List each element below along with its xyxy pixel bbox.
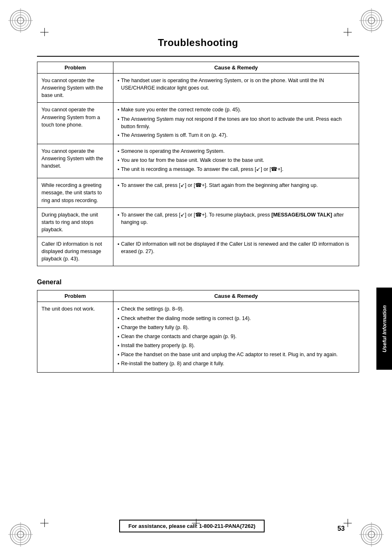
remedy-cell: • To answer the call, press [↙] or [☎+].… [113,178,359,207]
side-tab-label: Useful Information [381,305,387,352]
page-number: 53 [337,525,345,532]
remedy-cell: • The handset user is operating the Answ… [113,74,359,103]
footer-assistance-text: For assistance, please call: 1-800-211-P… [128,523,255,529]
title-divider [37,56,359,57]
answering-system-table: Problem Cause & Remedy You cannot operat… [37,62,359,266]
corner-decoration-tl [8,8,33,33]
table-row: The unit does not work. • Check the sett… [37,302,359,373]
section-general-heading: General [37,279,359,286]
corner-decoration-br [359,522,384,547]
table-row: While recording a greeting message, the … [37,178,359,207]
corner-decoration-bl [8,522,33,547]
table-row: You cannot operate the Answering System … [37,103,359,144]
corner-decoration-tr [359,8,384,33]
page-title: Troubleshooting [37,37,359,48]
general-col-remedy-header: Cause & Remedy [113,290,359,302]
remedy-cell: • Check the settings (p. 8–9). • Check w… [113,302,359,373]
col-problem-header: Problem [37,62,113,74]
side-tab: Useful Information [376,288,392,370]
problem-cell: During playback, the unit starts to ring… [37,207,113,237]
general-col-problem-header: Problem [37,290,113,302]
crossmark-tr [344,28,352,36]
table-row: You cannot operate the Answering System … [37,144,359,178]
remedy-cell: • Someone is operating the Answering Sys… [113,144,359,178]
problem-cell: You cannot operate the Answering System … [37,74,113,103]
general-table: Problem Cause & Remedy The unit does not… [37,290,359,373]
col-remedy-header: Cause & Remedy [113,62,359,74]
remedy-cell: • Caller ID information will not be disp… [113,237,359,266]
problem-cell: While recording a greeting message, the … [37,178,113,207]
main-content: Troubleshooting Problem Cause & Remedy Y… [37,37,359,373]
table-row: During playback, the unit starts to ring… [37,207,359,237]
problem-cell: The unit does not work. [37,302,113,373]
problem-cell: You cannot operate the Answering System … [37,103,113,144]
problem-cell: Caller ID information is not displayed d… [37,237,113,266]
problem-cell: You cannot operate the Answering System … [37,144,113,178]
table-row: You cannot operate the Answering System … [37,74,359,103]
footer-assistance-box: For assistance, please call: 1-800-211-P… [119,520,264,532]
remedy-cell: • Make sure you enter the correct remote… [113,103,359,144]
crossmark-tl [40,28,48,36]
table-row: Caller ID information is not displayed d… [37,237,359,266]
remedy-cell: • To answer the call, press [↙] or [☎+].… [113,207,359,237]
